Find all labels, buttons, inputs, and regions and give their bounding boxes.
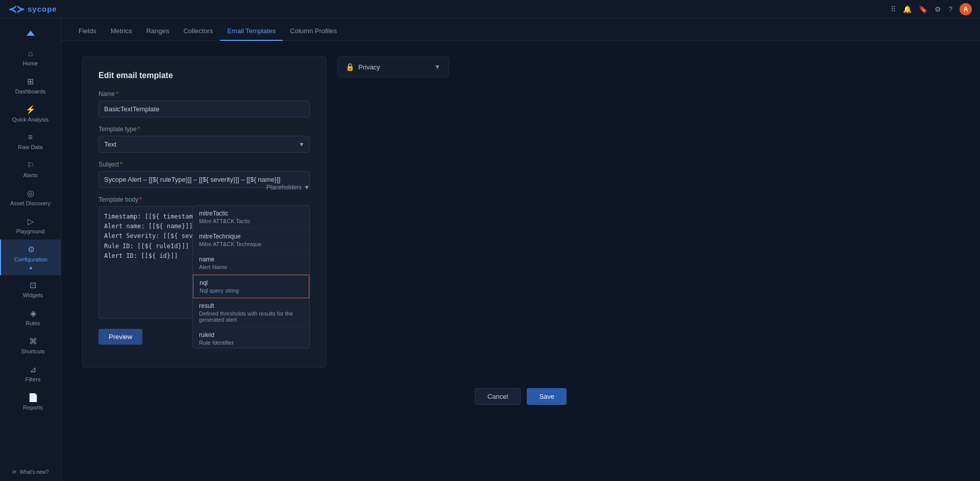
sidebar-item-configuration[interactable]: ⚙ Configuration ▲	[0, 239, 61, 275]
sidebar-item-label: Raw Data	[18, 144, 42, 150]
sidebar-item-dashboards[interactable]: ⊞ Dashboards	[0, 71, 61, 100]
placeholder-item-nql[interactable]: nql Nql query string	[193, 275, 309, 298]
placeholder-desc: Nql query string	[200, 287, 303, 294]
bottom-buttons: Cancel Save	[82, 388, 960, 405]
placeholder-desc: Mitre ATT&CK Technique	[199, 241, 303, 247]
sidebar-item-raw-data[interactable]: ≡ Raw Data	[0, 128, 61, 155]
placeholder-name: mitreTactic	[199, 210, 303, 217]
tab-collectors[interactable]: Collectors	[176, 22, 220, 41]
tab-metrics[interactable]: Metrics	[104, 22, 139, 41]
tab-fields[interactable]: Fields	[71, 22, 104, 41]
name-group: Name*	[99, 90, 310, 117]
settings-icon[interactable]: ⚙	[935, 5, 941, 13]
sidebar: ⌂ Home ⊞ Dashboards ⚡ Quick Analysis ≡ R…	[0, 18, 61, 481]
cancel-button[interactable]: Cancel	[475, 388, 521, 405]
sidebar-item-asset-discovery[interactable]: ◎ Asset Discovery	[0, 183, 61, 211]
edit-template-form: Edit email template Name* Template type*	[82, 56, 327, 368]
sidebar-item-shortcuts[interactable]: ⌘ Shortcuts	[0, 331, 61, 359]
preview-label: Preview	[109, 333, 132, 341]
placeholder-item-mitretactic[interactable]: mitreTactic Mitre ATT&CK Tactic	[193, 206, 309, 229]
widgets-icon: ⊡	[30, 280, 36, 290]
discovery-icon: ◎	[27, 188, 34, 198]
privacy-header[interactable]: 🔒 Privacy ▼	[346, 63, 440, 71]
sidebar-item-playground[interactable]: ▷ Playground	[0, 211, 61, 239]
placeholder-desc: Defined thresholds with results for the …	[199, 310, 303, 323]
name-label: Name*	[99, 90, 310, 98]
topbar: ≺≻ sycope ⠿ 🔔 🔖 ⚙ ? A	[0, 0, 980, 18]
sidebar-item-reports[interactable]: 📄 Reports	[0, 388, 61, 416]
logo-icon: ≺≻	[8, 3, 24, 15]
bookmark-icon[interactable]: 🔖	[919, 5, 927, 13]
whats-new-link[interactable]: ⟳ What's new?	[0, 464, 61, 477]
body-required: *	[139, 196, 142, 203]
name-required: *	[116, 90, 118, 98]
help-icon[interactable]: ?	[948, 5, 952, 13]
placeholder-item-mitretechnique[interactable]: mitreTechnique Mitre ATT&CK Technique	[193, 229, 309, 252]
type-required: *	[138, 126, 140, 133]
content-area: Fields Metrics Ranges Collectors Email T…	[61, 18, 980, 481]
raw-data-icon: ≡	[28, 133, 33, 142]
placeholders-label: Placeholders	[266, 184, 302, 191]
placeholder-name: ruleId	[199, 331, 303, 339]
preview-button[interactable]: Preview	[99, 329, 142, 345]
grid-icon[interactable]: ⠿	[891, 5, 896, 13]
alerts-icon: ⚐	[27, 160, 34, 170]
placeholder-item-ruleid[interactable]: ruleId Rule Identifier	[193, 327, 309, 348]
placeholder-item-name[interactable]: name Alert Name	[193, 252, 309, 275]
playground-icon: ▷	[28, 217, 34, 226]
sidebar-item-label: Asset Discovery	[10, 200, 51, 206]
sidebar-item-label: Filters	[26, 376, 41, 382]
whats-new-label: What's new?	[19, 469, 48, 475]
placeholders-chevron-icon: ▼	[304, 184, 310, 191]
placeholder-desc: Alert Name	[199, 264, 303, 270]
arrow-up-icon	[27, 31, 35, 36]
home-icon: ⌂	[28, 49, 33, 58]
template-type-select[interactable]: Text HTML	[99, 136, 310, 153]
sidebar-item-label: Home	[23, 60, 38, 66]
bell-icon[interactable]: 🔔	[903, 5, 912, 13]
form-title: Edit email template	[99, 71, 310, 80]
privacy-left: 🔒 Privacy	[346, 63, 380, 71]
template-body-label: Template body*	[99, 196, 142, 203]
tab-column-profiles[interactable]: Column Profiles	[283, 22, 344, 41]
placeholder-name: mitreTechnique	[199, 233, 303, 240]
rules-icon: ◈	[30, 308, 36, 318]
sidebar-item-quick-analysis[interactable]: ⚡ Quick Analysis	[0, 100, 61, 128]
sidebar-item-label: Playground	[16, 228, 45, 234]
sidebar-item-rules[interactable]: ◈ Rules	[0, 303, 61, 331]
sidebar-item-filters[interactable]: ⊿ Filters	[0, 359, 61, 388]
whats-new-icon: ⟳	[12, 469, 16, 475]
chevron-up-icon: ▲	[29, 264, 34, 270]
top-row: Edit email template Name* Template type*	[82, 56, 960, 368]
placeholder-name: name	[199, 256, 303, 263]
sidebar-item-home[interactable]: ⌂ Home	[0, 44, 61, 71]
sidebar-item-label: Alerts	[23, 172, 37, 178]
name-input[interactable]	[99, 101, 310, 117]
subject-label: Subject*	[99, 161, 310, 168]
tab-ranges[interactable]: Ranges	[139, 22, 177, 41]
subject-required: *	[120, 161, 122, 168]
body-area-wrapper: Timestamp: [[${ timestamp}]] Alert name:…	[99, 206, 310, 321]
dashboards-icon: ⊞	[27, 77, 34, 86]
reports-icon: 📄	[28, 393, 38, 402]
sidebar-item-alerts[interactable]: ⚐ Alerts	[0, 155, 61, 183]
shortcuts-icon: ⌘	[29, 336, 37, 346]
filters-icon: ⊿	[30, 365, 36, 374]
save-button[interactable]: Save	[527, 388, 567, 405]
sidebar-item-label: Widgets	[23, 292, 43, 298]
configuration-icon: ⚙	[28, 245, 35, 254]
logo: ≺≻ sycope	[8, 3, 57, 15]
template-type-group: Template type* Text HTML ▼	[99, 126, 310, 153]
placeholder-name: result	[199, 302, 303, 309]
template-type-label: Template type*	[99, 126, 310, 133]
tab-email-templates[interactable]: Email Templates	[220, 22, 283, 41]
placeholders-button[interactable]: Placeholders ▼	[266, 184, 310, 191]
sidebar-item-label: Quick Analysis	[12, 116, 49, 123]
sidebar-item-label: Reports	[23, 404, 43, 411]
sidebar-item-widgets[interactable]: ⊡ Widgets	[0, 275, 61, 303]
sidebar-arrow-up[interactable]	[0, 22, 61, 44]
placeholder-item-result[interactable]: result Defined thresholds with results f…	[193, 298, 309, 327]
logo-text: sycope	[28, 5, 57, 13]
sidebar-item-label: Configuration	[14, 256, 47, 262]
user-avatar[interactable]: A	[960, 3, 972, 15]
